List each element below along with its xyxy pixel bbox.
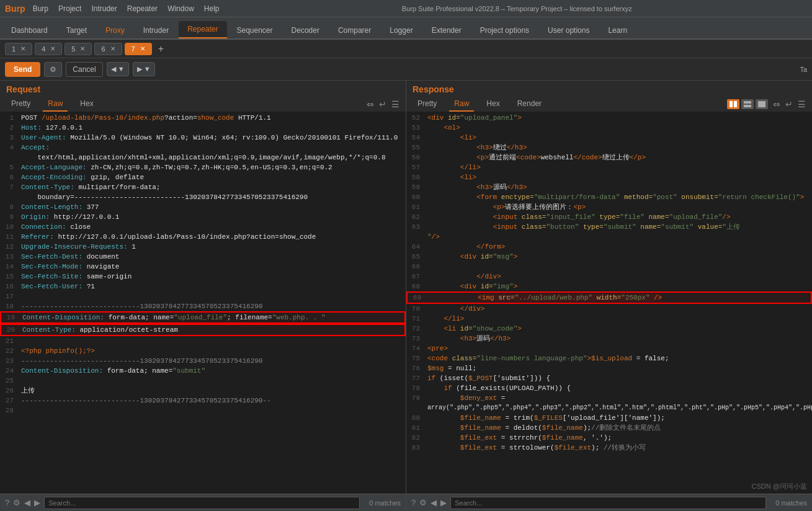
resp-line-72: 72 <li id="show_code">: [406, 324, 812, 334]
req-line-3: 3 User-Agent: Mozilla/5.0 (Windows NT 10…: [0, 133, 406, 143]
req-help-icon[interactable]: ?: [5, 498, 9, 507]
sub-tab-1[interactable]: 1✕: [5, 43, 32, 55]
resp-line-83: 83 $file_ext = strtolower($file_ext); //…: [406, 443, 812, 453]
response-tab-render[interactable]: Render: [512, 97, 547, 112]
response-code-area[interactable]: 52 <div id="upload_panel"> 53 <ol> 54 <l…: [406, 112, 812, 494]
response-tab-raw[interactable]: Raw: [449, 97, 474, 112]
resp-line-68: 68 <div id="img">: [406, 282, 812, 291]
send-button[interactable]: Send: [5, 62, 40, 77]
response-tab-hex[interactable]: Hex: [481, 97, 504, 112]
request-panel: Request Pretty Raw Hex ⇔ ↵ ☰ 1 POST /upl…: [0, 81, 406, 511]
req-forward-icon[interactable]: ▶: [34, 498, 40, 507]
resp-line-60: 60 <form enctype="multipart/form-data" m…: [406, 192, 812, 202]
req-back-icon[interactable]: ◀: [24, 498, 30, 507]
title-bar: Burp Burp Project Intruder Repeater Wind…: [0, 0, 812, 17]
req-line-2: 2 Host: 127.0.0.1: [0, 123, 406, 133]
nav-tab-extender[interactable]: Extender: [423, 22, 470, 38]
nav-tab-user-options[interactable]: User options: [539, 22, 598, 38]
req-line-6: 6 Accept-Encoding: gzip, deflate: [0, 172, 406, 182]
view-split-vert[interactable]: [741, 99, 754, 109]
nav-tab-learn[interactable]: Learn: [599, 22, 636, 38]
req-settings-icon[interactable]: ⚙: [13, 498, 20, 507]
sub-tab-4[interactable]: 4✕: [35, 43, 62, 55]
resp-back-icon[interactable]: ◀: [431, 498, 437, 507]
nav-tab-repeater[interactable]: Repeater: [179, 21, 226, 38]
request-newline-icon[interactable]: ↵: [379, 99, 386, 109]
nav-prev-button[interactable]: ◀ ▼: [107, 62, 129, 76]
resp-settings-icon[interactable]: ⚙: [419, 498, 427, 507]
menu-intruder[interactable]: Intruder: [91, 4, 117, 13]
request-tab-raw[interactable]: Raw: [43, 97, 68, 112]
nav-bar: Dashboard Target Proxy Intruder Repeater…: [0, 17, 812, 40]
resp-line-59: 59 <h3>源码</h3>: [406, 182, 812, 192]
view-single[interactable]: [756, 99, 768, 109]
response-matches-label: 0 matches: [770, 499, 807, 507]
nav-tab-decoder[interactable]: Decoder: [283, 22, 328, 38]
menu-repeater[interactable]: Repeater: [127, 4, 158, 13]
req-line-28: 28: [0, 406, 406, 415]
resp-line-65: 65 <div id="msg">: [406, 252, 812, 262]
req-line-21: 21: [0, 336, 406, 346]
resp-line-76: 76 $msg = null;: [406, 363, 812, 373]
req-line-7b: boundary=---------------------------1302…: [0, 192, 406, 202]
nav-next-button[interactable]: ▶ ▼: [133, 62, 155, 76]
menu-help[interactable]: Help: [204, 4, 220, 13]
request-tab-hex[interactable]: Hex: [75, 97, 98, 112]
nav-tab-dashboard[interactable]: Dashboard: [2, 22, 56, 38]
req-line-23: 23 -----------------------------13020378…: [0, 356, 406, 366]
response-menu-icon[interactable]: ☰: [798, 99, 806, 109]
req-line-4: 4 Accept:: [0, 143, 406, 153]
request-panel-icons: ⇔ ↵ ☰: [367, 99, 399, 109]
req-line-11: 11 Referer: http://127.0.0.1/upload-labs…: [0, 232, 406, 242]
response-tab-pretty[interactable]: Pretty: [413, 97, 442, 112]
resp-line-64: 64 </form>: [406, 242, 812, 252]
request-code-area[interactable]: 1 POST /upload-labs/Pass-10/index.php?ac…: [0, 112, 406, 494]
resp-line-70: 70 </div>: [406, 304, 812, 314]
add-tab-button[interactable]: +: [154, 43, 167, 55]
request-wrap-icon[interactable]: ⇔: [367, 99, 374, 109]
resp-forward-icon[interactable]: ▶: [440, 498, 447, 507]
toolbar: Send ⚙ Cancel ◀ ▼ ▶ ▼ Ta: [0, 58, 812, 81]
nav-tab-logger[interactable]: Logger: [381, 22, 421, 38]
nav-tab-proxy[interactable]: Proxy: [97, 22, 133, 38]
nav-tab-sequencer[interactable]: Sequencer: [228, 22, 282, 38]
svg-rect-0: [729, 101, 733, 107]
req-line-16: 16 Sec-Fetch-User: ?1: [0, 282, 406, 291]
resp-line-61: 61 <p>请选择要上传的图片：<p>: [406, 202, 812, 212]
req-line-5: 5 Accept-Language: zh-CN,zh;q=0.8,zh-TW;…: [0, 162, 406, 172]
request-menu-icon[interactable]: ☰: [391, 99, 399, 109]
resp-help-icon[interactable]: ?: [411, 498, 416, 507]
resp-line-69-highlight: 69 <img src="../upload/web.php" width="2…: [406, 291, 812, 304]
view-icons: [727, 99, 768, 109]
req-line-18: 18 -----------------------------13020378…: [0, 301, 406, 311]
req-line-27: 27 -----------------------------13020378…: [0, 396, 406, 406]
view-split-horiz[interactable]: [727, 99, 739, 109]
sub-tab-7[interactable]: 7✕: [125, 43, 152, 55]
response-wrap-icon[interactable]: ⇔: [773, 99, 780, 109]
response-newline-icon[interactable]: ↵: [785, 99, 793, 109]
resp-line-77: 77 if (isset($_POST['submit'])) {: [406, 373, 812, 383]
response-search-input[interactable]: [450, 497, 766, 509]
svg-rect-1: [734, 101, 737, 107]
request-search-input[interactable]: [44, 497, 360, 509]
req-line-22: 22 <?php phpinfo();?>: [0, 346, 406, 356]
request-title: Request: [6, 84, 399, 94]
nav-tab-target[interactable]: Target: [58, 22, 96, 38]
menu-burp[interactable]: Burp: [33, 4, 48, 13]
nav-tab-comparer[interactable]: Comparer: [329, 22, 380, 38]
request-tab-pretty[interactable]: Pretty: [6, 97, 35, 112]
sub-tab-6[interactable]: 6✕: [94, 43, 122, 55]
req-line-13: 13 Sec-Fetch-Dest: document: [0, 252, 406, 262]
sub-tab-5[interactable]: 5✕: [65, 43, 92, 55]
req-line-20-highlight: 20 Content-Type: application/octet-strea…: [0, 324, 406, 336]
menu-project[interactable]: Project: [58, 4, 81, 13]
resp-line-80: 80 $file_name = trim($_FILES['upload_fil…: [406, 413, 812, 423]
cancel-button[interactable]: Cancel: [66, 62, 102, 77]
req-line-24: 24 Content-Disposition: form-data; name=…: [0, 366, 406, 376]
req-line-26: 26 上传: [0, 386, 406, 396]
gear-button[interactable]: ⚙: [44, 62, 62, 77]
nav-tab-intruder[interactable]: Intruder: [135, 22, 177, 38]
menu-window[interactable]: Window: [167, 4, 194, 13]
sub-tab-bar: 1✕ 4✕ 5✕ 6✕ 7✕ +: [0, 40, 812, 58]
nav-tab-project-options[interactable]: Project options: [471, 22, 538, 38]
